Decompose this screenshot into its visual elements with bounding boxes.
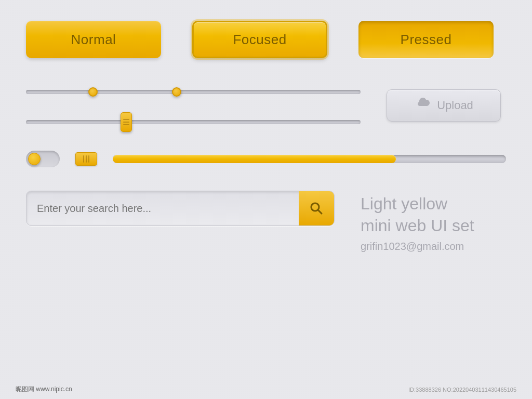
pressed-button[interactable]: Pressed [358,21,494,58]
slider-track [26,90,361,94]
grip-line-2 [123,122,129,123]
nipic-logo: 昵图网 www.nipic.cn [16,385,72,394]
sliders-section: Upload [26,84,506,130]
bottom-row: Light yellowmini web UI set grifin1023@g… [26,191,506,252]
upload-cloud-icon [414,97,431,115]
upload-label: Upload [437,99,473,112]
slider-thumb-left[interactable] [88,87,98,97]
slider-thumb-rect[interactable] [121,112,132,132]
branding-section: Light yellowmini web UI set grifin1023@g… [361,191,506,252]
search-icon [309,201,324,216]
grip-control[interactable] [75,152,97,166]
sliders-left [26,84,361,130]
single-range-slider[interactable] [26,114,361,130]
grip-line-1 [123,119,129,120]
search-input[interactable] [26,191,299,225]
upload-area: Upload [381,84,506,122]
watermark-id: ID:33888326 NO:20220403111430465105 [408,387,516,393]
controls-row [26,151,506,167]
slider-thumb-right[interactable] [172,87,181,97]
branding-email: grifin1023@gmail.com [361,241,506,252]
watermark: 昵图网 www.nipic.cn ID:33888326 NO:20220403… [0,385,532,394]
grip-vline-1 [83,155,84,163]
svg-line-3 [318,210,322,214]
progress-bar[interactable] [113,155,506,163]
focused-button[interactable]: Focused [192,21,327,58]
toggle-thumb [28,153,41,165]
search-section [26,191,335,226]
slider-track-single [26,120,361,124]
normal-button[interactable]: Normal [26,21,161,58]
grip-vline-2 [86,155,87,163]
branding-title: Light yellowmini web UI set [361,193,506,236]
search-box [26,191,335,226]
grip-line-3 [123,124,129,125]
upload-button[interactable]: Upload [387,89,501,122]
buttons-row: Normal Focused Pressed [26,21,506,58]
dual-range-slider[interactable] [26,84,361,100]
progress-fill [113,155,396,163]
search-button[interactable] [299,191,334,226]
grip-vline-3 [88,155,89,163]
toggle-switch[interactable] [26,151,60,167]
